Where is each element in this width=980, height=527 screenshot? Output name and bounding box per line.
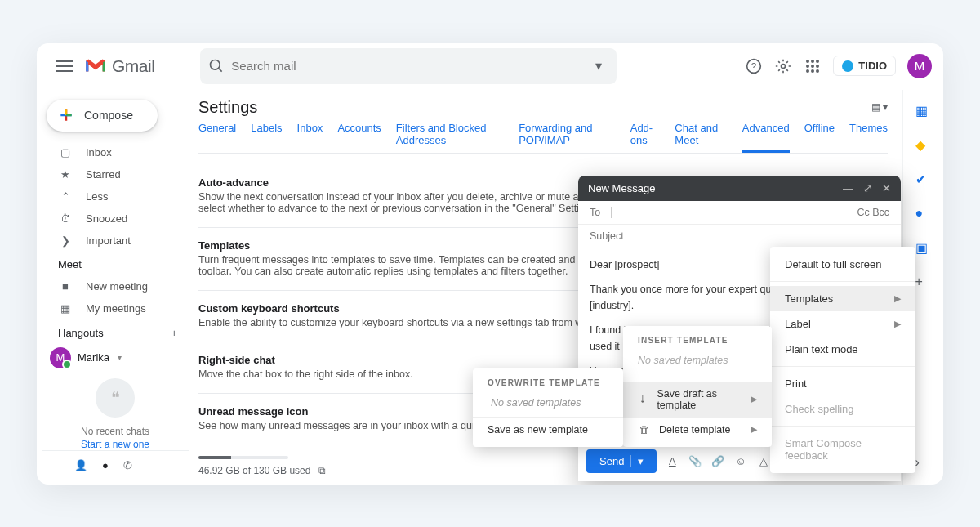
meet-section-header: Meet: [42, 252, 189, 275]
more-options-menu: Default to full screen Templates▶ Label▶…: [770, 247, 915, 473]
settings-button[interactable]: [774, 57, 792, 75]
drive-icon[interactable]: △: [756, 455, 771, 467]
tab-filters[interactable]: Filters and Blocked Addresses: [396, 122, 504, 153]
menu-smart-compose-feedback[interactable]: Smart Compose feedback: [770, 431, 915, 468]
svg-point-10: [806, 69, 809, 73]
collapse-panel-button[interactable]: ›: [915, 455, 932, 471]
attach-icon[interactable]: 📎: [688, 455, 702, 467]
gear-icon: [775, 58, 791, 74]
video-icon[interactable]: ▣: [915, 240, 932, 257]
tab-addons[interactable]: Add-ons: [630, 122, 661, 153]
cc-button[interactable]: Cc: [857, 207, 869, 218]
text-format-icon[interactable]: A: [665, 455, 679, 467]
tab-forwarding[interactable]: Forwarding and POP/IMAP: [519, 122, 616, 153]
label-icon: ❯: [58, 234, 73, 247]
subject-input[interactable]: [590, 230, 889, 242]
to-field-row[interactable]: To Cc Bcc: [578, 201, 901, 225]
to-input[interactable]: [611, 207, 857, 218]
sidebar: Compose ▢Inbox ★Starred ⌃Less ⏱Snoozed ❯…: [37, 90, 195, 485]
input-tools-dropdown[interactable]: ▤ ▾: [871, 101, 888, 113]
sidebar-item-label: Important: [86, 234, 131, 247]
setting-desc: Move the chat box to the right side of t…: [198, 368, 413, 380]
new-chat-button[interactable]: +: [171, 327, 177, 339]
emoji-icon[interactable]: ☺: [733, 455, 748, 467]
sidebar-item-starred[interactable]: ★Starred: [42, 163, 189, 185]
tab-general[interactable]: General: [198, 122, 236, 153]
sidebar-item-label: Inbox: [86, 146, 112, 159]
tab-labels[interactable]: Labels: [251, 122, 282, 153]
close-icon[interactable]: ✕: [882, 182, 891, 194]
svg-point-8: [811, 65, 814, 68]
svg-point-9: [816, 65, 819, 68]
link-icon[interactable]: 🔗: [710, 455, 725, 467]
chat-bubble-icon[interactable]: ●: [102, 459, 109, 471]
tasks-icon[interactable]: ✔: [915, 172, 932, 188]
apps-button[interactable]: [804, 57, 822, 75]
svg-point-11: [811, 69, 814, 73]
submenu-arrow-icon: ▶: [751, 424, 757, 435]
start-chat-link[interactable]: Start a new one: [42, 439, 189, 450]
svg-point-3: [782, 64, 786, 68]
search-bar[interactable]: ▾: [200, 48, 617, 84]
tab-accounts[interactable]: Accounts: [337, 122, 381, 153]
trash-icon: 🗑: [638, 424, 651, 435]
menu-default-fullscreen[interactable]: Default to full screen: [770, 252, 915, 277]
menu-no-saved-templates: No saved templates: [623, 348, 772, 373]
calendar-check-icon: ▦: [58, 302, 73, 315]
phone-icon[interactable]: ✆: [123, 459, 132, 471]
hangouts-section-header: Hangouts+: [42, 320, 189, 344]
tidio-chip[interactable]: TIDIO: [833, 56, 896, 76]
menu-check-spelling[interactable]: Check spelling: [770, 396, 915, 422]
bcc-button[interactable]: Bcc: [872, 207, 889, 218]
user-avatar: M: [50, 347, 71, 368]
fullscreen-icon[interactable]: ⤢: [863, 182, 872, 194]
hangouts-empty: ❝ No recent chats Start a new one: [42, 372, 189, 450]
tab-chat-meet[interactable]: Chat and Meet: [675, 122, 728, 153]
person-icon[interactable]: 👤: [74, 459, 87, 471]
tab-themes[interactable]: Themes: [849, 122, 888, 153]
menu-section-label: OVERWRITE TEMPLATE: [473, 373, 623, 392]
open-in-new-icon[interactable]: ⧉: [318, 465, 326, 476]
menu-no-saved-templates: No saved templates: [473, 392, 623, 417]
support-button[interactable]: ?: [745, 57, 763, 75]
sidebar-item-my-meetings[interactable]: ▦My meetings: [42, 297, 189, 319]
main-menu-button[interactable]: [48, 50, 81, 83]
minimize-icon[interactable]: —: [843, 182, 853, 194]
sidebar-item-label: Snoozed: [86, 212, 127, 225]
compose-button[interactable]: Compose: [47, 100, 158, 132]
menu-delete-template[interactable]: 🗑Delete template▶: [623, 418, 772, 442]
page-title: Settings: [198, 98, 257, 117]
no-chats-text: No recent chats: [42, 426, 189, 437]
send-button[interactable]: Send▾: [586, 449, 657, 473]
tab-offline[interactable]: Offline: [804, 122, 835, 153]
menu-label[interactable]: Label▶: [770, 311, 915, 337]
hangouts-username: Marika: [78, 351, 109, 364]
compose-header[interactable]: New Message — ⤢ ✕: [578, 176, 901, 201]
calendar-icon[interactable]: ▦: [915, 103, 932, 119]
sidebar-item-less[interactable]: ⌃Less: [42, 185, 189, 208]
contacts-icon[interactable]: ●: [915, 206, 932, 222]
add-panel-button[interactable]: +: [915, 275, 932, 291]
send-options-dropdown[interactable]: ▾: [630, 455, 644, 467]
menu-save-draft-as-template[interactable]: ⭳Save draft as template▶: [623, 382, 772, 418]
sidebar-item-inbox[interactable]: ▢Inbox: [42, 141, 189, 163]
tab-inbox[interactable]: Inbox: [297, 122, 323, 153]
sidebar-footer: 👤 ● ✆: [42, 450, 189, 478]
keep-icon[interactable]: ◆: [915, 137, 932, 154]
account-avatar[interactable]: M: [907, 54, 932, 78]
search-options-dropdown[interactable]: ▾: [589, 58, 608, 74]
sidebar-item-important[interactable]: ❯Important: [42, 230, 189, 252]
sidebar-item-new-meeting[interactable]: ■New meeting: [42, 275, 189, 297]
chevron-down-icon: ▾: [118, 353, 122, 362]
camera-icon: ■: [58, 280, 73, 293]
menu-templates[interactable]: Templates▶: [770, 286, 915, 311]
tab-advanced[interactable]: Advanced: [742, 122, 790, 153]
menu-plain-text[interactable]: Plain text mode: [770, 337, 915, 362]
subject-row[interactable]: [578, 225, 901, 248]
search-input[interactable]: [225, 59, 589, 73]
sidebar-item-label: My meetings: [86, 302, 146, 315]
menu-print[interactable]: Print: [770, 371, 915, 396]
sidebar-item-snoozed[interactable]: ⏱Snoozed: [42, 208, 189, 230]
menu-save-as-new-template[interactable]: Save as new template: [473, 417, 623, 442]
hangouts-user[interactable]: M Marika ▾: [42, 344, 189, 372]
